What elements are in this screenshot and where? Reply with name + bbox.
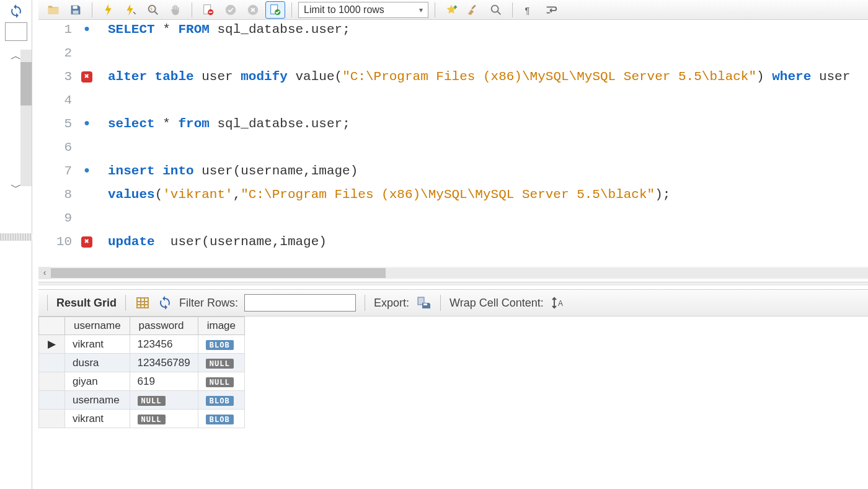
code-text[interactable]: SELECT * FROM sql_databse.user; — [95, 22, 350, 37]
null-badge: NULL — [138, 415, 166, 424]
navigator-scroll-thumb[interactable] — [20, 62, 32, 105]
table-cell[interactable]: NULL — [130, 391, 198, 410]
table-cell[interactable]: vikrant — [65, 410, 130, 428]
lightning-icon — [102, 3, 115, 17]
show-whitespace-button[interactable]: ¶ — [519, 1, 539, 19]
execute-button[interactable] — [99, 1, 118, 19]
dont-execute-button[interactable] — [198, 1, 218, 19]
refresh-icon — [157, 295, 172, 310]
editor-line[interactable]: 3✖alter table user modify value("C:\Prog… — [38, 70, 868, 93]
commit-button[interactable] — [221, 1, 241, 19]
save-file-button[interactable] — [66, 1, 86, 19]
code-text[interactable]: select * from sql_databse.user; — [95, 117, 350, 131]
find-button[interactable] — [486, 1, 506, 19]
table-cell[interactable]: BLOB — [198, 391, 244, 410]
code-text[interactable]: values('vikrant',"C:\Program Files (x86)… — [95, 187, 670, 202]
open-file-button[interactable] — [43, 1, 63, 19]
table-row[interactable]: dusra123456789NULL — [39, 354, 245, 372]
table-row[interactable]: vikrantNULLBLOB — [39, 410, 245, 428]
refresh-results-button[interactable] — [157, 295, 173, 311]
row-selector[interactable] — [39, 372, 65, 391]
line-marker — [78, 211, 95, 212]
table-cell[interactable]: giyan — [65, 372, 130, 391]
row-header-blank — [39, 317, 65, 335]
editor-line[interactable]: 1●SELECT * FROM sql_databse.user; — [38, 22, 868, 46]
export-button[interactable] — [415, 295, 432, 311]
autocommit-icon — [268, 3, 282, 17]
sql-editor[interactable]: 1●SELECT * FROM sql_databse.user;23✖alte… — [38, 22, 868, 264]
row-selector[interactable] — [39, 391, 65, 410]
stop-button[interactable] — [166, 1, 185, 19]
table-cell[interactable]: NULL — [198, 354, 244, 372]
row-selector[interactable]: ▶ — [39, 335, 65, 354]
table-cell[interactable]: NULL — [130, 410, 198, 428]
line-number: 2 — [38, 46, 78, 60]
grid-icon — [135, 295, 150, 310]
navigator-collapse-down[interactable]: ﹀ — [0, 176, 32, 199]
navigator-mini-panel[interactable] — [5, 22, 27, 41]
limit-rows-dropdown[interactable]: Limit to 1000 rows ▾ — [298, 2, 428, 18]
table-cell[interactable]: 123456 — [130, 335, 198, 354]
table-cell[interactable]: 619 — [130, 372, 198, 391]
row-selector[interactable] — [39, 354, 65, 372]
table-cell[interactable]: NULL — [198, 372, 244, 391]
table-cell[interactable]: vikrant — [65, 335, 130, 354]
autocommit-toggle[interactable] — [265, 1, 285, 19]
pane-divider[interactable] — [38, 282, 868, 285]
export-icon — [416, 295, 431, 310]
star-plus-icon — [445, 3, 458, 17]
scroll-left-arrow[interactable]: ‹ — [38, 267, 51, 279]
null-badge: NULL — [206, 359, 234, 369]
editor-horizontal-scrollbar[interactable]: ‹ — [38, 267, 868, 279]
line-number: 1 — [38, 22, 78, 37]
broom-button[interactable] — [464, 1, 484, 19]
code-text[interactable]: alter table user modify value("C:\Progra… — [95, 70, 850, 84]
editor-line[interactable]: 2 — [38, 46, 868, 70]
blob-badge: BLOB — [206, 340, 234, 350]
limit-rows-label: Limit to 1000 rows — [304, 4, 384, 16]
rollback-button[interactable] — [243, 1, 263, 19]
editor-line[interactable]: 9 — [38, 211, 868, 235]
table-cell[interactable]: dusra — [65, 354, 130, 372]
table-cell[interactable]: 123456789 — [130, 354, 198, 372]
line-marker: ✖ — [78, 70, 95, 83]
table-row[interactable]: usernameNULLBLOB — [39, 391, 245, 410]
table-row[interactable]: ▶vikrant123456BLOB — [39, 335, 245, 354]
table-row[interactable]: giyan619NULL — [39, 372, 245, 391]
wrap-lines-button[interactable] — [541, 1, 561, 19]
navigator-drag-grip[interactable] — [0, 233, 32, 241]
table-cell[interactable]: BLOB — [198, 335, 244, 354]
editor-line[interactable]: 10✖update user(username,image) — [38, 235, 868, 258]
line-marker: ● — [78, 117, 95, 129]
beautify-button[interactable] — [441, 1, 461, 19]
scroll-track[interactable] — [51, 268, 868, 278]
table-cell[interactable]: username — [65, 391, 130, 410]
table-cell[interactable]: BLOB — [198, 410, 244, 428]
editor-line[interactable]: 4 — [38, 93, 868, 117]
editor-line[interactable]: 6 — [38, 140, 868, 164]
code-text[interactable]: insert into user(username,image) — [95, 164, 358, 178]
column-header[interactable]: password — [130, 317, 198, 335]
column-header[interactable]: username — [65, 317, 130, 335]
editor-line[interactable]: 5●select * from sql_databse.user; — [38, 117, 868, 140]
filter-rows-input[interactable] — [244, 294, 356, 312]
blob-badge: BLOB — [206, 396, 234, 406]
code-text[interactable]: update user(username,image) — [95, 235, 327, 249]
execute-current-button[interactable] — [121, 1, 141, 19]
blob-badge: BLOB — [206, 415, 234, 424]
result-grid[interactable]: usernamepasswordimage▶vikrant123456BLOBd… — [38, 316, 868, 428]
filter-rows-label: Filter Rows: — [179, 297, 238, 310]
explain-button[interactable] — [143, 1, 163, 19]
page-stop-icon — [202, 3, 215, 17]
refresh-icon[interactable] — [9, 4, 24, 19]
column-header[interactable]: image — [198, 317, 244, 335]
navigator-rail: ︿ ﹀ — [0, 0, 32, 489]
editor-line[interactable]: 8values('vikrant',"C:\Program Files (x86… — [38, 187, 868, 211]
editor-line[interactable]: 7●insert into user(username,image) — [38, 164, 868, 187]
chevron-down-icon: ▾ — [419, 6, 423, 14]
row-selector[interactable] — [39, 410, 65, 428]
svg-rect-5 — [209, 11, 213, 12]
wrap-cell-button[interactable]: A — [550, 295, 566, 311]
scroll-thumb[interactable] — [51, 268, 386, 278]
grid-view-button[interactable] — [135, 295, 151, 311]
